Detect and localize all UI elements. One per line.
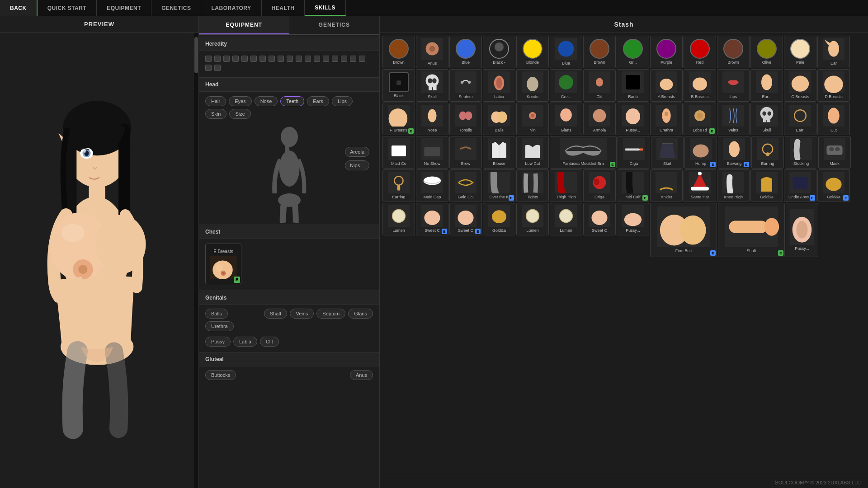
chip-lips[interactable]: Lips	[332, 96, 353, 106]
stash-earring2[interactable]: Earring	[382, 169, 415, 202]
stash-undie-amour[interactable]: Undie Amour E	[784, 169, 816, 202]
stash-pussy2[interactable]: Pussy...	[617, 203, 649, 235]
stash-veins[interactable]: Veins	[717, 103, 750, 135]
heredity-dot[interactable]	[241, 56, 248, 62]
chip-labia[interactable]: Labia	[233, 337, 257, 347]
stash-brown-color[interactable]: Brown	[382, 36, 415, 68]
chip-skin[interactable]: Skin	[205, 109, 226, 119]
stash-tights[interactable]: Tights	[516, 169, 549, 202]
stash-over-the-k[interactable]: Over the K E	[483, 169, 515, 202]
stash-sweet-c[interactable]: Sweet C E	[416, 203, 448, 235]
chip-pussy[interactable]: Pussy	[205, 337, 231, 347]
chip-teeth[interactable]: Teeth	[280, 96, 304, 106]
stash-purple-color[interactable]: Purple	[650, 36, 683, 68]
stash-red-color[interactable]: Red	[684, 36, 716, 68]
heredity-dot[interactable]	[305, 56, 311, 62]
stash-pussy[interactable]: Pussy...	[617, 103, 649, 135]
stash-knee-high[interactable]: Knee High	[717, 169, 750, 202]
chip-urethra[interactable]: Urethra	[205, 321, 234, 331]
stash-armola[interactable]: Armola	[583, 103, 616, 135]
heredity-dot[interactable]	[223, 56, 230, 62]
stash-thigh-high[interactable]: Thigh High	[550, 169, 582, 202]
stash-earwing[interactable]: Earwing E	[718, 136, 750, 169]
stash-gold-col[interactable]: Gold Col	[449, 169, 482, 202]
tab-laboratory[interactable]: LABORATORY	[201, 0, 261, 16]
stash-ciga[interactable]: Ciga	[618, 136, 650, 169]
stash-fantasea-bra[interactable]: Fantasea Moulded Bra E	[550, 136, 617, 169]
tab-genetics[interactable]: GENETICS	[151, 0, 201, 16]
tab-skills[interactable]: SKILLS	[305, 0, 346, 16]
stash-hump[interactable]: Hump E	[684, 136, 717, 169]
chip-buttocks[interactable]: Buttocks	[205, 370, 236, 380]
stash-tonsils[interactable]: Tonsils	[449, 103, 482, 135]
stash-maid-cap[interactable]: Maid Cap	[416, 169, 448, 202]
chip-eyes[interactable]: Eyes	[229, 96, 251, 106]
stash-b-breasts[interactable]: B Breasts	[684, 69, 716, 102]
stash-brown2-color[interactable]: Brown	[583, 36, 616, 68]
stash-kondo[interactable]: Kondo	[516, 69, 549, 102]
stash-blue2-color[interactable]: Blue	[550, 36, 582, 68]
stash-golda2[interactable]: Gold&a	[483, 203, 515, 235]
stash-balls[interactable]: Balls	[483, 103, 515, 135]
stash-earri[interactable]: Earri	[784, 103, 816, 135]
heredity-dot[interactable]	[314, 56, 320, 62]
tab-genetics-sub[interactable]: GENETICS	[289, 16, 380, 34]
stash-maid-co[interactable]: Maid Co	[382, 136, 415, 169]
tab-quick-start[interactable]: QUICK START	[38, 0, 97, 16]
stash-glans[interactable]: Glans	[550, 103, 582, 135]
heredity-dot[interactable]	[205, 56, 212, 62]
stash-firm-butt[interactable]: Firm Butt E	[650, 203, 717, 257]
stash-shaft[interactable]: Shaft E	[718, 203, 785, 257]
stash-blouse[interactable]: Blouse	[483, 136, 515, 169]
stash-black-color[interactable]: Black -	[483, 36, 515, 68]
stash-skull[interactable]: Skull	[416, 69, 448, 102]
stash-earring[interactable]: Earring	[751, 136, 784, 169]
chip-size[interactable]: Size	[229, 109, 250, 119]
chip-shaft[interactable]: Shaft	[264, 309, 288, 319]
stash-olive-color[interactable]: Olive	[750, 36, 783, 68]
stash-lobe-ri[interactable]: Lobe Ri E	[684, 103, 716, 135]
chip-glans[interactable]: Glans	[348, 309, 373, 319]
stash-gre[interactable]: Gre...	[550, 69, 582, 102]
stash-anklet[interactable]: Anklet	[650, 169, 683, 202]
stash-green-color[interactable]: Gr...	[617, 36, 649, 68]
heredity-dot[interactable]	[259, 56, 266, 62]
heredity-dot[interactable]	[214, 65, 221, 71]
stash-f-breasts[interactable]: F Breasts E	[382, 103, 415, 135]
chip-nose[interactable]: Nose	[255, 96, 278, 106]
heredity-dot[interactable]	[205, 65, 212, 71]
heredity-dot[interactable]	[350, 56, 356, 62]
stash-sweet-c3[interactable]: Sweet C	[583, 203, 616, 235]
stash-cut[interactable]: Cut	[817, 103, 850, 135]
bubble-nips[interactable]: Nips	[345, 160, 369, 170]
stash-brow[interactable]: Brow	[449, 136, 482, 169]
stash-skirt[interactable]: Skirt	[651, 136, 684, 169]
chip-balls[interactable]: Balls	[205, 309, 228, 319]
heredity-dot[interactable]	[250, 56, 257, 62]
stash-lumen2[interactable]: Lumen	[516, 203, 549, 235]
chip-clit[interactable]: Clit	[260, 337, 279, 347]
stash-goldsa[interactable]: GoldSa	[750, 169, 783, 202]
tab-equipment[interactable]: EQUIPMENT	[97, 0, 151, 16]
heredity-dot[interactable]	[232, 56, 239, 62]
stash-lips[interactable]: Lips	[717, 69, 750, 102]
stash-sweet-c2[interactable]: Sweet C E	[449, 203, 482, 235]
stash-nose[interactable]: Nose	[416, 103, 448, 135]
slot-e-breasts[interactable]: E Breasts E	[205, 244, 241, 284]
chip-veins[interactable]: Veins	[290, 309, 314, 319]
stash-ear[interactable]: Ear	[817, 36, 850, 68]
heredity-dot[interactable]	[278, 56, 284, 62]
stash-a-breasts[interactable]: A Breasts	[650, 69, 683, 102]
stash-septum[interactable]: Septem	[449, 69, 482, 102]
stash-origa[interactable]: Origa	[583, 169, 616, 202]
stash-labia[interactable]: Labia	[483, 69, 515, 102]
stash-c-breasts[interactable]: C Breasts	[784, 69, 816, 102]
stash-blue-color[interactable]: Blue	[449, 36, 482, 68]
stash-low-cut[interactable]: Low Cut	[516, 136, 549, 169]
heredity-dot[interactable]	[341, 56, 347, 62]
stash-brown3-color[interactable]: Brown	[717, 36, 750, 68]
chip-hair[interactable]: Hair	[205, 96, 226, 106]
bubble-areola[interactable]: Areola	[345, 147, 369, 157]
stash-ranb[interactable]: Ranb	[617, 69, 649, 102]
stash-pale-color[interactable]: Pale	[784, 36, 816, 68]
